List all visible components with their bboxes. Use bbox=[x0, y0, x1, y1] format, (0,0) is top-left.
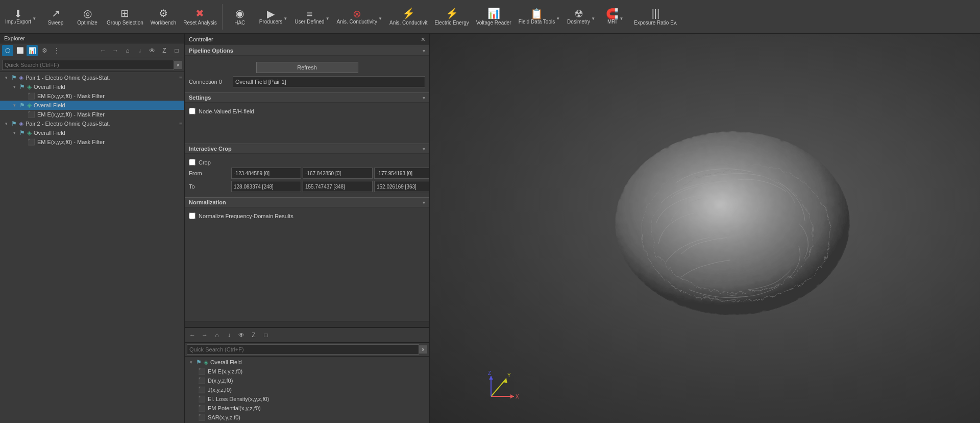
controller-close-button[interactable]: × bbox=[421, 35, 425, 43]
to-z-input[interactable] bbox=[374, 181, 429, 192]
optimize-label: Optimize bbox=[77, 20, 97, 26]
pair2-label: Pair 2 - Electro Ohmic Quasi-Stat. bbox=[26, 121, 110, 127]
voltage-reader-button[interactable]: 📊 Voltage Reader bbox=[473, 2, 514, 32]
explorer-search-clear[interactable]: × bbox=[174, 61, 182, 69]
bottom-d-label: D(x,y,z,f0) bbox=[208, 378, 233, 384]
to-x-input[interactable] bbox=[231, 181, 301, 192]
bottom-tree-sar[interactable]: ⬛ SAR(x,y,z,f0) bbox=[185, 413, 429, 422]
bottom-nav-down[interactable]: ↓ bbox=[224, 330, 235, 341]
connection-label: Connection 0 bbox=[189, 79, 230, 85]
nav-forward-button[interactable]: → bbox=[110, 45, 121, 56]
explorer-icon-toolbar: ⬡ ⬜ 📊 ⚙ ⋮ ← → ⌂ ↓ 👁 Z □ bbox=[0, 43, 184, 58]
anis-conductivity-label: Anis. Conductivity bbox=[337, 19, 377, 25]
normalize-checkbox[interactable] bbox=[189, 213, 195, 219]
cube-view-button[interactable]: ⬡ bbox=[2, 45, 13, 56]
from-x-input[interactable] bbox=[231, 168, 301, 179]
pair1-overall2-icon: ⚑ bbox=[19, 102, 25, 109]
pair2-overall-arrow: ▾ bbox=[13, 130, 18, 135]
electric-energy-icon: ⚡ bbox=[446, 8, 458, 18]
anis-conductivit-button[interactable]: ⚡ Anis. Conductivit bbox=[386, 2, 430, 32]
bottom-tree-emp[interactable]: ⬛ EM Potential(x,y,z,f0) bbox=[185, 404, 429, 413]
nav-eye-button[interactable]: 👁 bbox=[146, 45, 158, 56]
sweep-button[interactable]: ↗ Sweep bbox=[40, 2, 71, 32]
pair1-type-icon: ◈ bbox=[19, 74, 23, 81]
nav-home-button[interactable]: ⌂ bbox=[122, 45, 133, 56]
bottom-sar-icon: ⬛ bbox=[198, 414, 206, 421]
controller-scroll-area[interactable]: Pipeline Options ▾ Refresh Connection 0 … bbox=[185, 45, 429, 321]
pair1-overall2-type-icon: ◈ bbox=[27, 102, 32, 109]
reset-analysis-button[interactable]: ✖ Reset Analysis bbox=[180, 2, 220, 32]
imp-export-button[interactable]: ⬇ Imp./Export ▼ bbox=[2, 2, 39, 32]
from-y-input[interactable] bbox=[303, 168, 373, 179]
bottom-tree-em[interactable]: ⬛ EM E(x,y,z,f0) bbox=[185, 367, 429, 376]
bottom-tree-overall[interactable]: ▾ ⚑ ◈ Overall Field bbox=[185, 358, 429, 367]
settings-header[interactable]: Settings ▾ bbox=[185, 92, 429, 103]
tree-item-pair2-overall[interactable]: ▾ ⚑ ◈ Overall Field bbox=[0, 128, 184, 137]
bottom-tree-d[interactable]: ⬛ D(x,y,z,f0) bbox=[185, 376, 429, 385]
exposure-ratio-button[interactable]: ||| Exposure Ratio Ev. bbox=[631, 2, 680, 32]
pipeline-options-title: Pipeline Options bbox=[189, 48, 233, 54]
connection-value-input[interactable] bbox=[233, 76, 425, 87]
flat-view-button[interactable]: ⬜ bbox=[14, 45, 26, 56]
normalization-header[interactable]: Normalization ▾ bbox=[185, 197, 429, 207]
field-data-tools-button[interactable]: 📋 Field Data Tools ▼ bbox=[516, 2, 563, 32]
bottom-emp-label: EM Potential(x,y,z,f0) bbox=[208, 405, 261, 411]
connection-row: Connection 0 bbox=[189, 76, 425, 87]
controller-scrollbar[interactable] bbox=[185, 321, 429, 327]
settings-view-button[interactable]: ⚙ bbox=[39, 45, 50, 56]
explorer-search-input[interactable] bbox=[2, 60, 174, 70]
crop-checkbox[interactable] bbox=[189, 159, 195, 166]
filter-view-button[interactable]: ⋮ bbox=[51, 45, 62, 56]
bottom-j-icon: ⬛ bbox=[198, 386, 206, 393]
explorer-search-bar: × bbox=[0, 58, 184, 72]
nav-down-button[interactable]: ↓ bbox=[134, 45, 145, 56]
bottom-search-input[interactable] bbox=[187, 344, 419, 355]
tree-item-pair1-overall[interactable]: ▾ ⚑ ◈ Overall Field bbox=[0, 82, 184, 91]
anis-conductivit-label: Anis. Conductivit bbox=[389, 20, 427, 26]
3d-viewport[interactable]: X Y Z bbox=[430, 34, 980, 423]
producers-button[interactable]: ▶ Producers ▼ bbox=[256, 2, 291, 32]
normalize-label: Normalize Frequency-Domain Results bbox=[199, 213, 293, 219]
dosimetry-button[interactable]: ☢ Dosimetry ▼ bbox=[564, 2, 598, 32]
svg-marker-8 bbox=[489, 376, 493, 380]
optimize-button[interactable]: ◎ Optimize bbox=[72, 2, 103, 32]
nav-square-button[interactable]: □ bbox=[171, 45, 182, 56]
pipeline-options-header[interactable]: Pipeline Options ▾ bbox=[185, 45, 429, 56]
interactive-crop-header[interactable]: Interactive Crop ▾ bbox=[185, 144, 429, 154]
user-defined-button[interactable]: ≡ User Defined ▼ bbox=[291, 2, 332, 32]
hac-button[interactable]: ◉ HAC bbox=[225, 2, 255, 32]
bottom-tree-el[interactable]: ⬛ El. Loss Density(x,y,z,f0) bbox=[185, 394, 429, 404]
bottom-search-clear[interactable]: × bbox=[419, 345, 427, 354]
bottom-nav-home[interactable]: ⌂ bbox=[211, 330, 223, 341]
bottom-nav-square[interactable]: □ bbox=[260, 330, 272, 341]
bottom-nav-forward[interactable]: → bbox=[199, 330, 210, 341]
to-y-input[interactable] bbox=[303, 181, 373, 192]
chart-view-button[interactable]: 📊 bbox=[27, 45, 38, 56]
tree-item-pair1-overall2[interactable]: ▾ ⚑ ◈ Overall Field bbox=[0, 101, 184, 110]
tree-item-pair2[interactable]: ▾ ⚑ ◈ Pair 2 - Electro Ohmic Quasi-Stat.… bbox=[0, 119, 184, 128]
bottom-tree-j[interactable]: ⬛ J(x,y,z,f0) bbox=[185, 385, 429, 394]
anis-conductivity-button[interactable]: ⊗ Anis. Conductivity ▼ bbox=[334, 2, 385, 32]
svg-text:Y: Y bbox=[507, 372, 511, 378]
bottom-nav-eye[interactable]: 👁 bbox=[236, 330, 247, 341]
bottom-el-icon: ⬛ bbox=[198, 395, 206, 403]
node-valued-checkbox[interactable] bbox=[189, 108, 195, 114]
mri-icon: 🧲 bbox=[606, 9, 619, 19]
bottom-nav-back[interactable]: ← bbox=[187, 330, 198, 341]
bottom-nav-z[interactable]: Z bbox=[248, 330, 259, 341]
electric-energy-button[interactable]: ⚡ Electric Energy bbox=[431, 2, 472, 32]
group-selection-button[interactable]: ⊞ Group Selection bbox=[104, 2, 146, 32]
nav-z-button[interactable]: Z bbox=[159, 45, 170, 56]
tree-item-pair2-em[interactable]: ⬛ EM E(x,y,z,f0) - Mask Filter bbox=[0, 137, 184, 147]
mri-button[interactable]: 🧲 MRI ▼ bbox=[599, 2, 630, 32]
refresh-button[interactable]: Refresh bbox=[256, 62, 358, 73]
explorer-panel: Explorer ⬡ ⬜ 📊 ⚙ ⋮ ← → ⌂ ↓ 👁 Z □ × bbox=[0, 34, 185, 423]
workbench-button[interactable]: ⚙ Workbench bbox=[148, 2, 179, 32]
from-z-input[interactable] bbox=[374, 168, 429, 179]
tree-item-pair1-em2[interactable]: ⬛ EM E(x,y,z,f0) - Mask Filter bbox=[0, 110, 184, 119]
tree-item-pair1[interactable]: ▾ ⚑ ◈ Pair 1 - Electro Ohmic Quasi-Stat.… bbox=[0, 73, 184, 82]
normalization-title: Normalization bbox=[189, 199, 226, 205]
nav-back-button[interactable]: ← bbox=[97, 45, 109, 56]
tree-item-pair1-em[interactable]: ⬛ EM E(x,y,z,f0) - Mask Filter bbox=[0, 91, 184, 101]
brain-visualization bbox=[600, 121, 865, 336]
